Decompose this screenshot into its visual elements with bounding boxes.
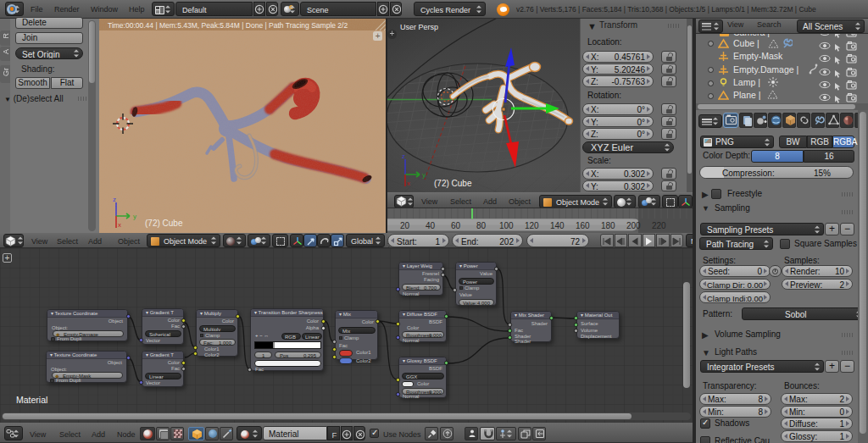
svg-text:(72) Cube: (72) Cube <box>434 179 472 188</box>
